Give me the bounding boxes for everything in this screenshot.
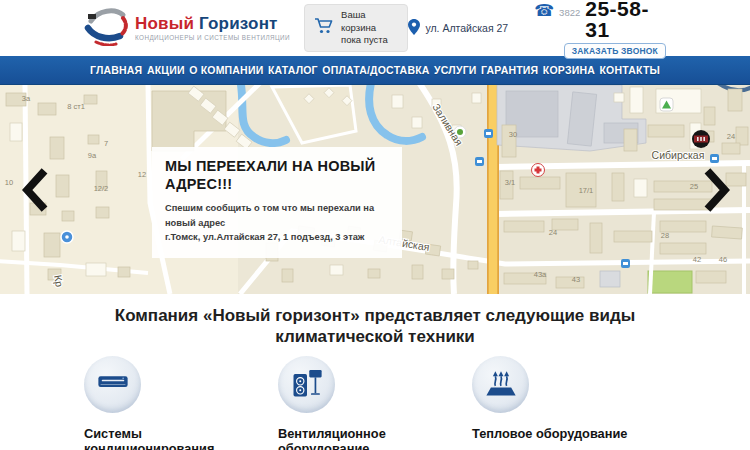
nav-item-kontakty[interactable]: КОНТАКТЫ (600, 64, 660, 76)
logo-icon (84, 6, 128, 50)
svg-text:46: 46 (719, 255, 727, 264)
bus-stop-icon (710, 154, 719, 163)
slider-next-button[interactable] (704, 167, 730, 213)
nav-item-akcii[interactable]: АКЦИИ (147, 64, 185, 76)
nav-item-katalog[interactable]: КАТАЛОГ (268, 64, 318, 76)
svg-text:28: 28 (661, 231, 669, 240)
address-text: ул. Алтайская 27 (425, 22, 508, 34)
category-heating: Тепловое оборудование - теплые полы (472, 356, 666, 450)
category-title[interactable]: Тепловое оборудование (472, 426, 652, 441)
svg-text:24: 24 (549, 228, 557, 237)
svg-text:8 ст1: 8 ст1 (67, 102, 85, 111)
phone-number: 25-58-31 (585, 0, 666, 40)
header-address: ул. Алтайская 27 (408, 19, 508, 37)
category-icon-circle (278, 356, 335, 413)
nav-item-oplata-dostavka[interactable]: ОПЛАТА/ДОСТАВКА (322, 64, 429, 76)
cart-status: Ваша корзина пока пуста (341, 9, 398, 46)
callback-button[interactable]: ЗАКАЗАТЬ ЗВОНОК (564, 43, 666, 59)
recycling-icon (660, 98, 673, 111)
cart-widget[interactable]: Ваша корзина пока пуста (304, 4, 408, 51)
next-arrow-icon (704, 201, 730, 216)
logo-text: Новый Горизонт КОНДИЦИОНЕРЫ И СИСТЕМЫ ВЕ… (135, 15, 290, 41)
svg-text:42: 42 (693, 255, 701, 264)
nav-item-korzina[interactable]: КОРЗИНА (543, 64, 595, 76)
heated-floor-icon (483, 365, 519, 405)
svg-text:17/1: 17/1 (579, 186, 594, 195)
bus-stop-icon (475, 157, 484, 166)
logo-word-blue: Горизонт (199, 14, 278, 33)
nav-item-o-kompanii[interactable]: О КОМПАНИИ (189, 64, 263, 76)
main-nav: ГЛАВНАЯ АКЦИИ О КОМПАНИИ КАТАЛОГ ОПЛАТА/… (0, 56, 750, 85)
nav-item-glavnaya[interactable]: ГЛАВНАЯ (90, 64, 142, 76)
slide-title: МЫ ПЕРЕЕХАЛИ НА НОВЫЙ АДРЕС!!! (165, 158, 389, 193)
section-heading: Компания «Новый горизонт» представляет с… (103, 305, 648, 347)
slide-text: Спешим сообщить о том что мы перехали на… (165, 201, 389, 244)
logo-tagline: КОНДИЦИОНЕРЫ И СИСТЕМЫ ВЕНТИЛЯЦИИ (135, 34, 290, 41)
phone-block: ☎ 3822 25-58-31 ЗАКАЗАТЬ ЗВОНОК (534, 0, 666, 59)
prev-arrow-icon (22, 201, 48, 216)
category-icon-circle (84, 356, 141, 413)
category-title[interactable]: Системы кондиционирования (84, 426, 264, 450)
bus-stop-icon (621, 259, 630, 268)
pharmacy-icon (532, 164, 545, 177)
logo-word-red: Новый (135, 14, 194, 33)
location-pin-icon (408, 19, 420, 37)
ventilation-icon (289, 365, 325, 405)
svg-text:24: 24 (727, 132, 735, 141)
svg-text:10: 10 (5, 178, 13, 187)
logo-title: Новый Горизонт (135, 15, 290, 32)
main-content: Компания «Новый горизонт» представляет с… (0, 305, 750, 450)
phone-icon: ☎ (534, 3, 554, 19)
phone-code: 3822 (559, 7, 580, 18)
map-slider: Заливная Сибирская Алтайская Кр 3а 8 ст1… (0, 85, 750, 294)
info-icon (61, 231, 73, 243)
svg-text:12: 12 (138, 170, 146, 179)
cart-icon (314, 17, 334, 39)
category-conditioning: Системы кондиционирования - бытовые спли… (84, 356, 278, 450)
svg-text:43а: 43а (534, 270, 547, 279)
svg-text:9а: 9а (88, 151, 97, 160)
category-ventilation: Вентиляционное оборудование - приточные … (278, 356, 472, 450)
slider-prev-button[interactable] (22, 167, 48, 213)
svg-text:25: 25 (690, 182, 698, 191)
nav-item-uslugi[interactable]: УСЛУГИ (434, 64, 476, 76)
svg-text:7: 7 (104, 139, 108, 148)
header: Новый Горизонт КОНДИЦИОНЕРЫ И СИСТЕМЫ ВЕ… (0, 0, 750, 56)
svg-text:Сибирская: Сибирская (652, 149, 705, 161)
poi-marker-icon (692, 130, 710, 148)
category-title[interactable]: Вентиляционное оборудование (278, 426, 458, 450)
svg-text:Кр: Кр (52, 274, 66, 288)
category-icon-circle (472, 356, 529, 413)
nav-item-garantiya[interactable]: ГАРАНТИЯ (481, 64, 538, 76)
slide-overlay: МЫ ПЕРЕЕХАЛИ НА НОВЫЙ АДРЕС!!! Спешим со… (152, 147, 402, 258)
svg-text:3а: 3а (22, 94, 31, 103)
category-list: Системы кондиционирования - бытовые спли… (84, 356, 666, 450)
logo[interactable]: Новый Горизонт КОНДИЦИОНЕРЫ И СИСТЕМЫ ВЕ… (84, 6, 290, 50)
svg-text:43: 43 (572, 275, 580, 284)
page: Новый Горизонт КОНДИЦИОНЕРЫ И СИСТЕМЫ ВЕ… (0, 0, 750, 450)
svg-text:3/1: 3/1 (505, 178, 515, 187)
svg-text:30: 30 (509, 130, 517, 139)
air-conditioner-icon (95, 365, 131, 405)
bus-stop-icon (484, 129, 493, 138)
svg-text:12/2: 12/2 (94, 184, 109, 193)
